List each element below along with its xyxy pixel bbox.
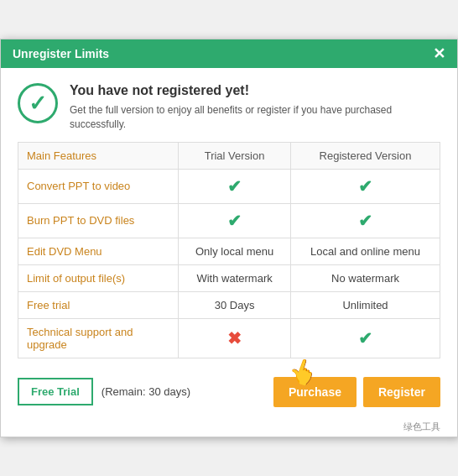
table-row: Convert PPT to video✔✔ bbox=[18, 169, 440, 203]
feature-cell: Limit of output file(s) bbox=[18, 264, 179, 291]
table-row: Edit DVD MenuOnly local menuLocal and on… bbox=[18, 238, 440, 264]
dialog-window: Unregister Limits ✕ ✓ You have not regis… bbox=[0, 39, 458, 437]
x-icon: ✖ bbox=[227, 329, 242, 348]
registered-cell: Unlimited bbox=[291, 291, 440, 318]
registered-cell: ✔ bbox=[291, 203, 440, 238]
trial-cell: With watermark bbox=[179, 264, 291, 291]
check-circle-icon: ✓ bbox=[18, 83, 58, 123]
header-description: Get the full version to enjoy all benefi… bbox=[70, 103, 440, 132]
feature-cell: Free trial bbox=[18, 291, 179, 318]
check-icon: ✔ bbox=[358, 212, 372, 230]
check-icon: ✔ bbox=[358, 177, 372, 196]
header-section: ✓ You have not registered yet! Get the f… bbox=[1, 68, 457, 142]
footer: Free Trial (Remain: 30 days) 👆 Purchase … bbox=[1, 365, 457, 419]
trial-cell: Only local menu bbox=[179, 238, 291, 264]
titlebar: Unregister Limits ✕ bbox=[1, 39, 457, 68]
check-icon: ✔ bbox=[227, 212, 242, 230]
feature-cell: Burn PPT to DVD files bbox=[18, 203, 179, 238]
registered-cell: ✔ bbox=[291, 169, 440, 203]
table-row: Limit of output file(s)With watermarkNo … bbox=[18, 264, 440, 291]
check-icon: ✔ bbox=[358, 329, 372, 348]
footer-left: Free Trial (Remain: 30 days) bbox=[18, 378, 190, 405]
trial-cell: 30 Days bbox=[179, 291, 291, 318]
footer-right: 👆 Purchase Register bbox=[273, 377, 440, 407]
watermark: 绿色工具 bbox=[1, 419, 457, 437]
table-row: Technical support and upgrade✖✔ bbox=[18, 318, 440, 358]
register-button[interactable]: Register bbox=[363, 377, 440, 407]
trial-cell: ✖ bbox=[179, 318, 291, 358]
feature-cell: Edit DVD Menu bbox=[18, 238, 179, 264]
feature-cell: Convert PPT to video bbox=[18, 169, 179, 203]
remain-text: (Remain: 30 days) bbox=[101, 385, 190, 398]
free-trial-button[interactable]: Free Trial bbox=[18, 378, 93, 405]
table-row: Burn PPT to DVD files✔✔ bbox=[18, 203, 440, 238]
check-icon: ✔ bbox=[227, 177, 242, 196]
col-feature: Main Features bbox=[18, 142, 179, 169]
col-registered: Registered Version bbox=[291, 142, 440, 169]
table-header-row: Main Features Trial Version Registered V… bbox=[18, 142, 440, 169]
header-title: You have not registered yet! bbox=[70, 83, 440, 98]
registered-cell: No watermark bbox=[291, 264, 440, 291]
registered-cell: ✔ bbox=[291, 318, 440, 358]
features-table: Main Features Trial Version Registered V… bbox=[18, 142, 440, 358]
close-button[interactable]: ✕ bbox=[433, 46, 445, 61]
table-row: Free trial30 DaysUnlimited bbox=[18, 291, 440, 318]
trial-cell: ✔ bbox=[179, 169, 291, 203]
col-trial: Trial Version bbox=[179, 142, 291, 169]
trial-cell: ✔ bbox=[179, 203, 291, 238]
dialog-title: Unregister Limits bbox=[13, 47, 109, 60]
feature-cell: Technical support and upgrade bbox=[18, 318, 179, 358]
registered-cell: Local and online menu bbox=[291, 238, 440, 264]
header-text: You have not registered yet! Get the ful… bbox=[70, 83, 440, 132]
